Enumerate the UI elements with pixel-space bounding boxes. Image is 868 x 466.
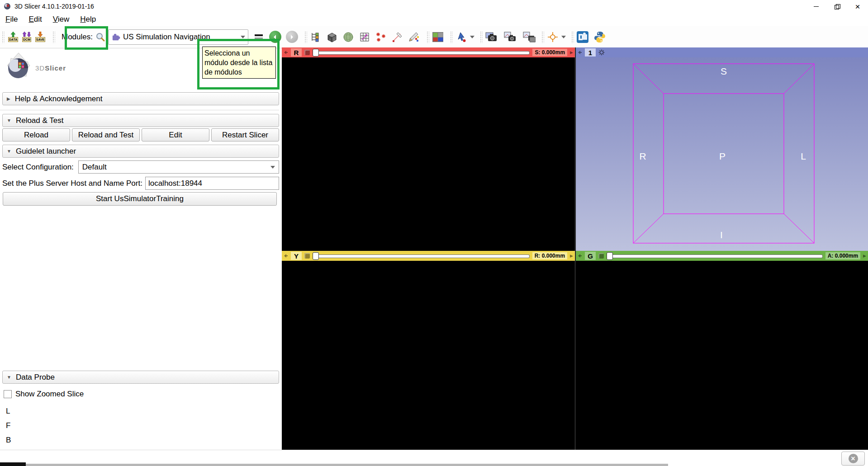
pin-icon[interactable]	[578, 50, 582, 55]
yellow-slice-viewport[interactable]	[282, 261, 575, 450]
module-history-back-button[interactable]	[269, 31, 281, 43]
header-more-arrow-icon[interactable]: ▶	[570, 50, 573, 55]
threed-view-label[interactable]: 1	[585, 48, 596, 56]
restore-button[interactable]	[826, 0, 847, 13]
status-progress-track	[26, 464, 668, 466]
module-selector[interactable]: US Simulation Navigation	[108, 29, 248, 45]
close-icon: ×	[849, 454, 858, 463]
dicom-arrows-icon	[22, 32, 31, 37]
save-button[interactable]: SAVE	[33, 29, 47, 45]
yellow-slice-label[interactable]: Y	[291, 252, 302, 260]
toolbar-grip[interactable]	[480, 31, 483, 43]
probe-row-f: F	[6, 421, 10, 430]
module-search-icon[interactable]	[95, 32, 105, 42]
toolbar-grip[interactable]	[52, 31, 55, 43]
red-slice-viewport[interactable]	[282, 57, 575, 251]
slider-groove	[607, 254, 823, 258]
mouse-interaction-button[interactable]	[455, 29, 468, 45]
header-more-arrow-icon[interactable]: ▶	[863, 254, 866, 258]
help-acknowledgement-section[interactable]: ▶ Help & Acknowledgement	[2, 92, 279, 105]
annotations-module-button[interactable]	[407, 29, 420, 45]
screenshot-button[interactable]	[484, 29, 498, 45]
configuration-arrow-icon[interactable]	[270, 166, 275, 169]
server-host-value: localhost:18944	[148, 179, 202, 188]
slice-composite-icon[interactable]	[304, 253, 310, 259]
start-training-button[interactable]: Start UsSimulatorTraining	[3, 192, 277, 206]
yellow-slice-offset-slider[interactable]	[313, 252, 530, 260]
orientation-label-posterior: P	[719, 151, 726, 161]
extensions-manager-button[interactable]	[576, 29, 589, 45]
toolbar-grip[interactable]	[304, 31, 307, 43]
module-panel-toggle-button[interactable]	[252, 29, 266, 45]
view-options-gear-icon[interactable]	[598, 49, 605, 56]
collapsed-arrow-icon: ▶	[7, 96, 10, 101]
header-more-arrow-icon[interactable]: ▶	[570, 254, 573, 258]
cursor-place-icon	[456, 32, 467, 42]
dicom-button[interactable]: DCM	[20, 29, 33, 45]
toolbar-grip[interactable]	[427, 31, 429, 43]
slider-handle[interactable]	[313, 252, 319, 260]
toolbar-grip[interactable]	[2, 31, 5, 43]
module-panel-toggle-icon	[255, 34, 263, 39]
restart-slicer-button[interactable]: Restart Slicer	[211, 128, 279, 141]
probe-row-l: L	[6, 407, 10, 416]
toolbar-grip[interactable]	[571, 31, 574, 43]
slider-handle[interactable]	[313, 49, 319, 56]
minimize-button[interactable]	[806, 0, 826, 13]
ruler-annotation-button[interactable]	[390, 29, 404, 45]
pin-icon[interactable]	[284, 254, 288, 258]
load-data-button[interactable]: DATA	[6, 29, 20, 45]
scene-view-restore-button[interactable]	[522, 29, 536, 45]
toolbar-grip[interactable]	[541, 31, 544, 43]
server-host-input[interactable]: localhost:18944	[145, 177, 279, 190]
layout-selector-button[interactable]	[431, 29, 445, 45]
slice-composite-icon[interactable]	[304, 50, 310, 55]
markups-module-button[interactable]	[374, 29, 388, 45]
reload-button[interactable]: Reload	[2, 128, 70, 141]
pin-icon[interactable]	[284, 50, 288, 55]
forward-arrow-icon	[289, 34, 294, 40]
configuration-selector[interactable]: Default	[78, 160, 279, 174]
close-button[interactable]: ×	[847, 0, 868, 13]
pin-icon[interactable]	[578, 254, 582, 258]
menu-view[interactable]: View	[47, 14, 75, 25]
crosshair-button[interactable]	[546, 29, 560, 45]
subject-hierarchy-button[interactable]	[309, 29, 323, 45]
toolbar-grip[interactable]	[450, 31, 453, 43]
volumes-module-button[interactable]	[325, 29, 339, 45]
module-history-forward-button[interactable]	[286, 31, 298, 43]
show-zoomed-slice-row: Show Zoomed Slice	[4, 390, 84, 399]
slice-composite-icon[interactable]	[598, 253, 604, 259]
module-puzzle-icon	[111, 33, 120, 42]
show-zoomed-slice-checkbox[interactable]	[4, 390, 12, 398]
menu-file[interactable]: File	[0, 14, 23, 25]
green-slice-viewport[interactable]	[576, 261, 868, 450]
red-slice-offset-slider[interactable]	[313, 48, 530, 56]
module-selector-arrow-icon[interactable]	[241, 36, 245, 38]
slicer-logo: 3DSlicer	[5, 52, 66, 84]
transforms-module-button[interactable]	[358, 29, 371, 45]
transform-grid-icon	[359, 32, 370, 42]
green-slice-offset-slider[interactable]	[607, 252, 823, 260]
edit-button[interactable]: Edit	[142, 128, 209, 141]
scene-view-capture-button[interactable]	[503, 29, 517, 45]
status-progress-stub	[0, 462, 26, 466]
reload-and-test-button[interactable]: Reload and Test	[72, 128, 140, 141]
green-slice-label[interactable]: G	[585, 252, 596, 260]
red-slice-label[interactable]: R	[291, 48, 302, 56]
mouse-interaction-arrow-icon[interactable]	[470, 36, 474, 38]
main-toolbar: DATA DCM SAVE Modules:	[0, 26, 868, 48]
models-module-button[interactable]	[342, 29, 355, 45]
slicer-logo-icon	[5, 52, 33, 84]
slider-handle[interactable]	[607, 252, 613, 260]
threed-viewport[interactable]: S R P L I	[576, 57, 868, 251]
crosshair-arrow-icon[interactable]	[561, 36, 566, 38]
reload-test-section[interactable]: ▼ Reload & Test	[2, 114, 279, 127]
error-log-close-button[interactable]: ×	[841, 452, 865, 466]
menu-help[interactable]: Help	[75, 14, 101, 25]
reload-button-row: Reload Reload and Test Edit Restart Slic…	[2, 128, 279, 141]
data-probe-section[interactable]: ▼ Data Probe	[2, 371, 279, 384]
guidelet-launcher-section[interactable]: ▼ Guidelet launcher	[2, 145, 279, 158]
python-console-button[interactable]	[593, 29, 607, 45]
menu-edit[interactable]: Edit	[23, 14, 47, 25]
